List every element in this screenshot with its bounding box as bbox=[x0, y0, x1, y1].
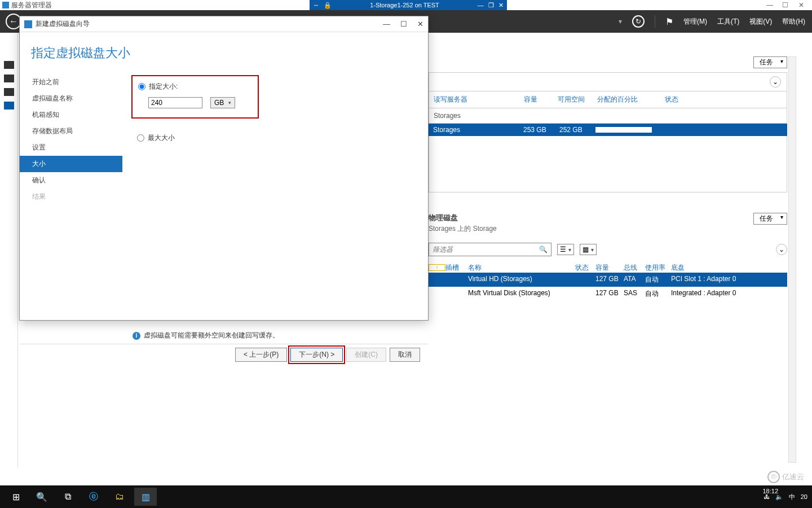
phys-bus: ATA bbox=[624, 275, 645, 284]
tray-date[interactable]: 20 bbox=[801, 493, 807, 500]
pool-group-label: Storages bbox=[429, 108, 787, 124]
wizard-steps-nav: 开始之前 虚拟磁盘名称 机箱感知 存储数据布局 设置 大小 确认 结果 bbox=[20, 72, 122, 344]
col-status[interactable]: 状态 bbox=[575, 263, 595, 273]
step-encl[interactable]: 机箱感知 bbox=[20, 107, 122, 123]
app-icon bbox=[2, 2, 9, 8]
search-icon[interactable]: 🔍 bbox=[536, 246, 551, 253]
app-title: 服务器管理器 bbox=[11, 1, 52, 10]
ribbon-item-4[interactable] bbox=[4, 102, 14, 110]
wizard-icon bbox=[24, 20, 32, 28]
minimize-button[interactable]: — bbox=[765, 1, 775, 9]
remote-close-button[interactable]: ✕ bbox=[498, 2, 504, 9]
help-menu[interactable]: 帮助(H) bbox=[782, 17, 805, 27]
phys-title: 物理磁盘 bbox=[429, 213, 787, 223]
ribbon-item-2[interactable] bbox=[4, 75, 14, 82]
col-server[interactable]: 读写服务器 bbox=[434, 95, 513, 104]
view-options-dropdown[interactable]: ▦ bbox=[580, 244, 597, 255]
wizard-footer: < 上一步(P) 下一步(N) > 创建(C) 取消 bbox=[20, 344, 428, 365]
phys-bus: SAS bbox=[624, 289, 645, 299]
writeback-cache-hint: i 虚拟磁盘可能需要额外空间来创建回写缓存。 bbox=[133, 331, 279, 340]
wizard-maximize-button[interactable]: ☐ bbox=[400, 20, 407, 28]
phys-row[interactable]: Msft Virtual Disk (Storages) 127 GB SAS … bbox=[429, 287, 787, 301]
wizard-minimize-button[interactable]: — bbox=[383, 20, 390, 28]
filter-input-wrapper: 🔍 bbox=[429, 243, 551, 256]
step-settings[interactable]: 设置 bbox=[20, 139, 122, 156]
col-status[interactable]: 状态 bbox=[665, 95, 699, 104]
phys-capacity: 127 GB bbox=[595, 275, 624, 284]
phys-usage: 自动 bbox=[645, 275, 671, 284]
pools-columns: 读写服务器 容量 可用空间 分配的百分比 状态 bbox=[429, 91, 787, 108]
step-layout[interactable]: 存储数据布局 bbox=[20, 123, 122, 139]
col-chassis[interactable]: 底盘 bbox=[671, 263, 756, 273]
tasks-dropdown[interactable]: 任务 bbox=[753, 56, 787, 68]
size-value-input[interactable] bbox=[148, 97, 202, 108]
explorer-icon[interactable]: 🗂 bbox=[108, 488, 131, 506]
step-size[interactable]: 大小 bbox=[20, 156, 122, 172]
phys-collapse-icon[interactable]: ⌄ bbox=[776, 244, 787, 255]
option-max-size[interactable]: 最大大小 bbox=[137, 133, 417, 143]
start-button[interactable]: ⊞ bbox=[5, 488, 27, 506]
ribbon-item-3[interactable] bbox=[4, 88, 14, 96]
col-free[interactable]: 可用空间 bbox=[558, 95, 586, 104]
col-usage[interactable]: 使用率 bbox=[645, 263, 671, 273]
pin-icon[interactable] bbox=[313, 2, 319, 8]
close-button[interactable]: ✕ bbox=[796, 1, 806, 9]
phys-columns: ! 插槽 名称 状态 容量 总线 使用率 底盘 bbox=[429, 263, 787, 273]
phys-tasks-dropdown[interactable]: 任务 bbox=[753, 213, 787, 225]
phys-usage: 自动 bbox=[645, 289, 671, 299]
refresh-icon[interactable]: ↻ bbox=[632, 15, 645, 28]
ie-icon[interactable]: ⓔ bbox=[82, 488, 105, 506]
size-unit-label: GB bbox=[214, 99, 224, 107]
cancel-button[interactable]: 取消 bbox=[390, 348, 420, 362]
size-unit-select[interactable]: GB bbox=[210, 97, 235, 108]
col-bus[interactable]: 总线 bbox=[624, 263, 645, 273]
remote-restore-button[interactable]: ❐ bbox=[488, 2, 494, 9]
search-button[interactable]: 🔍 bbox=[30, 488, 53, 506]
group-by-dropdown[interactable]: ☰ bbox=[557, 244, 574, 255]
remote-session-titlebar: 1-Storage1-252 on TEST — ❐ ✕ bbox=[310, 0, 507, 10]
wizard-content: 指定大小: GB 最大大小 i 虚拟磁盘可能需要额外空间来创建回写缓存。 bbox=[122, 72, 428, 344]
step-before[interactable]: 开始之前 bbox=[20, 74, 122, 90]
phys-row[interactable]: Virtual HD (Storages) 127 GB ATA 自动 PCI … bbox=[429, 273, 787, 287]
server-manager-taskbar-icon[interactable]: ▥ bbox=[134, 488, 157, 506]
wizard-titlebar[interactable]: 新建虚拟磁盘向导 — ☐ ✕ bbox=[20, 16, 428, 32]
step-name[interactable]: 虚拟磁盘名称 bbox=[20, 90, 122, 107]
step-confirm[interactable]: 确认 bbox=[20, 172, 122, 189]
wizard-close-button[interactable]: ✕ bbox=[417, 20, 423, 28]
view-menu[interactable]: 视图(V) bbox=[749, 17, 772, 27]
task-view-button[interactable]: ⧉ bbox=[56, 488, 79, 506]
max-size-radio[interactable] bbox=[137, 134, 144, 142]
ribbon-item-1[interactable] bbox=[4, 61, 14, 69]
maximize-button[interactable]: ☐ bbox=[780, 1, 791, 9]
scrollbar[interactable] bbox=[788, 56, 796, 463]
previous-button[interactable]: < 上一步(P) bbox=[235, 348, 287, 362]
tools-menu[interactable]: 工具(T) bbox=[717, 17, 739, 27]
pool-name: Storages bbox=[433, 126, 512, 134]
tray-clock[interactable]: 18:12 bbox=[762, 488, 778, 494]
col-warn-icon[interactable]: ! bbox=[429, 264, 445, 271]
col-cap[interactable]: 容量 bbox=[595, 263, 624, 273]
pool-row-selected[interactable]: Storages 253 GB 252 GB bbox=[429, 124, 787, 136]
col-alloc[interactable]: 分配的百分比 bbox=[597, 95, 654, 104]
manage-menu[interactable]: 管理(M) bbox=[683, 17, 707, 27]
option-specify-size[interactable]: 指定大小: bbox=[138, 82, 251, 91]
highlighted-size-section: 指定大小: GB bbox=[131, 75, 259, 119]
pool-alloc-bar bbox=[595, 127, 652, 133]
tray-ime[interactable]: 中 bbox=[789, 493, 795, 501]
notifications-flag-icon[interactable]: ⚑ bbox=[665, 16, 673, 27]
storage-pools-panel: ⌄ 读写服务器 容量 可用空间 分配的百分比 状态 Storages Stora… bbox=[429, 72, 787, 192]
col-slot[interactable]: 插槽 bbox=[445, 263, 468, 273]
wizard-page-title: 指定虚拟磁盘大小 bbox=[20, 32, 428, 72]
lock-icon[interactable] bbox=[324, 2, 332, 9]
next-button[interactable]: 下一步(N) > bbox=[290, 348, 343, 362]
pool-capacity: 253 GB bbox=[523, 126, 548, 134]
collapse-icon[interactable]: ⌄ bbox=[770, 76, 781, 87]
watermark-icon: ⓞ bbox=[767, 471, 780, 483]
specify-size-radio[interactable] bbox=[138, 83, 145, 90]
info-icon: i bbox=[133, 332, 140, 340]
filter-input[interactable] bbox=[429, 246, 536, 253]
col-capacity[interactable]: 容量 bbox=[524, 95, 546, 104]
remote-minimize-button[interactable]: — bbox=[478, 2, 484, 8]
dropdown-icon[interactable]: ▾ bbox=[619, 17, 622, 25]
col-name[interactable]: 名称 bbox=[468, 263, 575, 273]
